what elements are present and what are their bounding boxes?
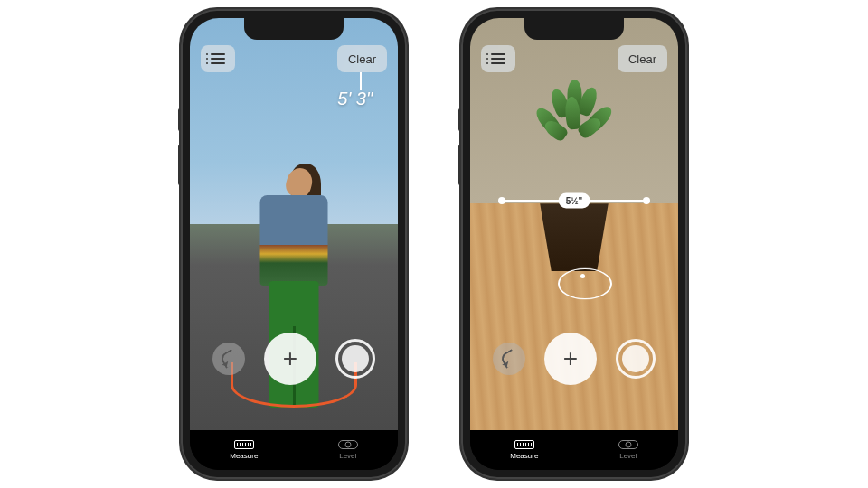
screen: 5½" Clear + xyxy=(470,18,678,470)
measurement-line: 5½" xyxy=(502,200,646,202)
viewport: 5½" Clear + xyxy=(470,18,678,470)
camera-view: 5' 3" Clear + xyxy=(190,18,398,430)
tab-label: Measure xyxy=(510,452,538,460)
list-icon xyxy=(491,53,505,64)
clear-button[interactable]: Clear xyxy=(337,45,387,72)
tab-level[interactable]: Level xyxy=(618,440,638,460)
top-controls: Clear xyxy=(470,45,678,72)
bottom-controls: + xyxy=(470,333,678,385)
measurement-value[interactable]: 5½" xyxy=(559,192,590,208)
notch xyxy=(524,18,624,40)
add-point-button[interactable]: + xyxy=(544,333,597,385)
tab-label: Level xyxy=(619,452,637,460)
undo-button[interactable] xyxy=(212,343,245,375)
measurement-value: 5' 3" xyxy=(337,89,373,109)
undo-icon xyxy=(219,349,239,369)
plus-icon: + xyxy=(563,346,578,371)
tab-bar: Measure Level xyxy=(470,430,678,470)
undo-icon xyxy=(499,349,519,369)
targeting-reticle xyxy=(558,268,612,299)
level-icon xyxy=(618,440,638,449)
screen: 5' 3" Clear + xyxy=(190,18,398,470)
undo-button[interactable] xyxy=(493,343,525,375)
phone-left: 5' 3" Clear + xyxy=(181,9,407,479)
tab-measure[interactable]: Measure xyxy=(230,440,258,460)
measurement-endpoint[interactable] xyxy=(498,197,505,204)
viewport: 5' 3" Clear + xyxy=(190,18,398,470)
plus-icon: + xyxy=(283,346,297,371)
tab-label: Level xyxy=(339,452,356,460)
tab-bar: Measure Level xyxy=(190,430,398,470)
tab-level[interactable]: Level xyxy=(338,440,358,460)
bottom-controls: + xyxy=(190,333,398,385)
ruler-icon xyxy=(234,440,254,449)
list-button[interactable] xyxy=(481,45,515,72)
list-button[interactable] xyxy=(201,45,235,72)
top-controls: Clear xyxy=(190,45,398,72)
succulent-plant xyxy=(532,80,618,165)
camera-view: 5½" Clear + xyxy=(470,18,678,430)
reticle-center-dot xyxy=(580,274,585,278)
list-icon xyxy=(211,53,225,64)
tab-measure[interactable]: Measure xyxy=(510,440,538,460)
capture-button[interactable] xyxy=(335,339,375,379)
clear-button[interactable]: Clear xyxy=(618,45,667,72)
add-point-button[interactable]: + xyxy=(264,333,316,385)
measurement-endpoint[interactable] xyxy=(643,197,650,204)
level-icon xyxy=(338,440,358,449)
notch xyxy=(244,18,344,40)
tab-label: Measure xyxy=(230,452,258,460)
phone-right: 5½" Clear + xyxy=(461,9,687,479)
capture-button[interactable] xyxy=(616,339,656,379)
ruler-icon xyxy=(514,440,534,449)
